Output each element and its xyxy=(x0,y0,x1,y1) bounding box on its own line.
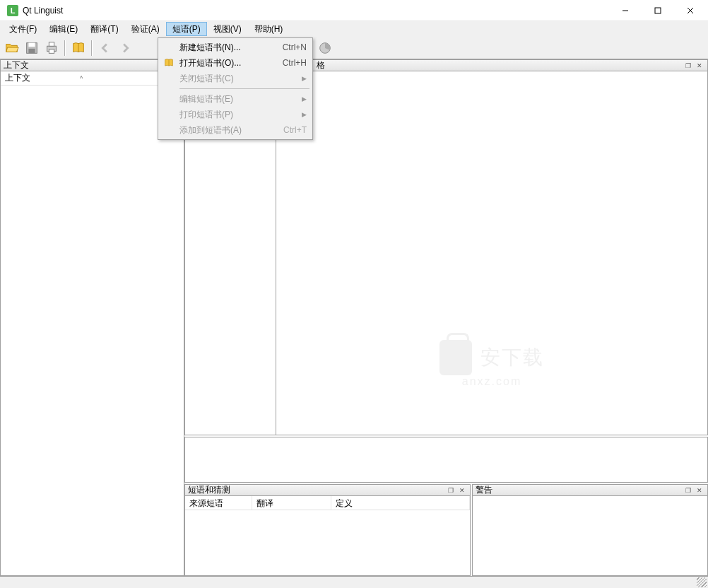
context-list[interactable]: 上下文 ^ xyxy=(0,71,184,576)
menu-translate[interactable]: 翻译(T) xyxy=(84,22,124,36)
maximize-button[interactable] xyxy=(642,0,674,21)
undock-icon[interactable]: ❐ xyxy=(683,61,693,71)
panel-title: 上下文 xyxy=(4,59,29,71)
save-button[interactable] xyxy=(23,39,41,57)
svg-rect-9 xyxy=(49,49,54,53)
menu-new-phrasebook[interactable]: 新建短语书(N)... Ctrl+N xyxy=(160,40,311,55)
open-button[interactable] xyxy=(3,39,21,57)
minimize-button[interactable] xyxy=(609,0,642,21)
translation-edit-panel[interactable] xyxy=(184,437,708,483)
context-header[interactable]: 上下文 ❐ ✕ xyxy=(0,59,184,71)
menu-file[interactable]: 文件(F) xyxy=(3,22,43,36)
col-translation[interactable]: 翻译 xyxy=(252,496,331,510)
close-panel-icon[interactable]: ✕ xyxy=(695,486,704,495)
main-area: 上下文 ❐ ✕ 上下文 ^ 格 ❐ ✕ 可用 xyxy=(0,59,708,576)
menu-open-phrasebook[interactable]: 打开短语书(O)... Ctrl+H xyxy=(160,55,311,71)
col-source[interactable]: 来源短语 xyxy=(185,496,252,510)
menu-label: 关闭短语书(C) xyxy=(177,73,300,85)
close-panel-icon[interactable]: ✕ xyxy=(457,486,467,495)
menu-close-phrasebook: 关闭短语书(C) ▶ xyxy=(160,71,311,86)
warnings-header[interactable]: 警告 ❐ ✕ xyxy=(472,484,708,496)
blank-icon xyxy=(161,124,177,136)
blank-icon xyxy=(161,41,177,54)
toolbar xyxy=(0,37,708,59)
svg-rect-8 xyxy=(49,42,54,46)
separator xyxy=(91,40,93,56)
blank-icon xyxy=(161,108,177,121)
window-controls xyxy=(609,0,707,21)
shortcut: Ctrl+N xyxy=(276,42,307,52)
submenu-arrow-icon: ▶ xyxy=(300,111,307,118)
warnings-list[interactable] xyxy=(472,496,708,576)
menu-label: 打印短语书(P) xyxy=(177,109,300,121)
separator xyxy=(179,88,309,89)
blank-icon xyxy=(161,93,177,105)
menu-phrases[interactable]: 短语(P) xyxy=(166,22,207,36)
phrases-header[interactable]: 短语和猜测 ❐ ✕ xyxy=(184,484,471,496)
window-title: Qt Linguist xyxy=(23,6,609,16)
svg-rect-1 xyxy=(655,8,661,13)
panel-title: 格 xyxy=(317,59,325,71)
undock-icon[interactable]: ❐ xyxy=(446,486,456,495)
menu-validate[interactable]: 验证(A) xyxy=(125,22,166,36)
stats-button[interactable] xyxy=(316,39,334,57)
menu-add-to-phrasebook: 添加到短语书(A) Ctrl+T xyxy=(160,122,311,138)
menu-edit[interactable]: 编辑(E) xyxy=(43,22,84,36)
panel-title: 短语和猜测 xyxy=(188,484,230,496)
context-column-header[interactable]: 上下文 ^ xyxy=(1,71,184,86)
phrases-table-header: 来源短语 翻译 定义 xyxy=(185,496,470,510)
menu-help[interactable]: 帮助(H) xyxy=(248,22,290,36)
prev-button[interactable] xyxy=(96,39,114,57)
sort-indicator-icon: ^ xyxy=(80,75,83,82)
panel-title: 警告 xyxy=(476,484,492,496)
context-panel: 上下文 ❐ ✕ 上下文 ^ xyxy=(0,59,184,576)
menu-print-phrasebook: 打印短语书(P) ▶ xyxy=(160,107,311,122)
menu-label: 编辑短语书(E) xyxy=(177,93,300,105)
menu-label: 打开短语书(O)... xyxy=(177,57,276,69)
source-view[interactable]: 可用 安下载 anxz.com xyxy=(276,71,708,435)
menu-view[interactable]: 视图(V) xyxy=(207,22,248,36)
separator xyxy=(64,40,66,56)
titlebar: L Qt Linguist xyxy=(0,0,708,21)
menubar: 文件(F) 编辑(E) 翻译(T) 验证(A) 短语(P) 视图(V) 帮助(H… xyxy=(0,21,708,37)
next-button[interactable] xyxy=(116,39,134,57)
bottom-row: 短语和猜测 ❐ ✕ 来源短语 翻译 定义 警告 ❐ xyxy=(184,484,708,576)
phrases-table[interactable]: 来源短语 翻译 定义 xyxy=(184,496,471,576)
blank-icon xyxy=(161,72,177,85)
undock-icon[interactable]: ❐ xyxy=(683,486,693,495)
menu-edit-phrasebook: 编辑短语书(E) ▶ xyxy=(160,91,311,107)
close-button[interactable] xyxy=(674,0,707,21)
close-panel-icon[interactable]: ✕ xyxy=(695,61,704,71)
print-button[interactable] xyxy=(42,39,61,57)
phrases-dropdown: 新建短语书(N)... Ctrl+N 打开短语书(O)... Ctrl+H 关闭… xyxy=(158,37,313,140)
submenu-arrow-icon: ▶ xyxy=(300,75,307,82)
phrasebook-button[interactable] xyxy=(69,39,88,57)
col-definition[interactable]: 定义 xyxy=(331,496,470,510)
shortcut: Ctrl+T xyxy=(276,125,307,135)
statusbar xyxy=(0,576,708,588)
phrases-panel: 短语和猜测 ❐ ✕ 来源短语 翻译 定义 xyxy=(184,484,471,576)
svg-rect-6 xyxy=(28,48,35,52)
app-icon: L xyxy=(7,5,18,16)
resize-grip-icon[interactable] xyxy=(697,577,707,587)
menu-label: 添加到短语书(A) xyxy=(177,124,276,136)
svg-rect-5 xyxy=(28,42,35,46)
watermark: 安下载 anxz.com xyxy=(439,340,544,388)
menu-label: 新建短语书(N)... xyxy=(177,42,276,54)
column-label: 上下文 xyxy=(5,72,30,84)
book-icon xyxy=(161,57,177,69)
shortcut: Ctrl+H xyxy=(276,58,307,68)
warnings-panel: 警告 ❐ ✕ xyxy=(472,484,708,576)
submenu-arrow-icon: ▶ xyxy=(300,95,307,102)
